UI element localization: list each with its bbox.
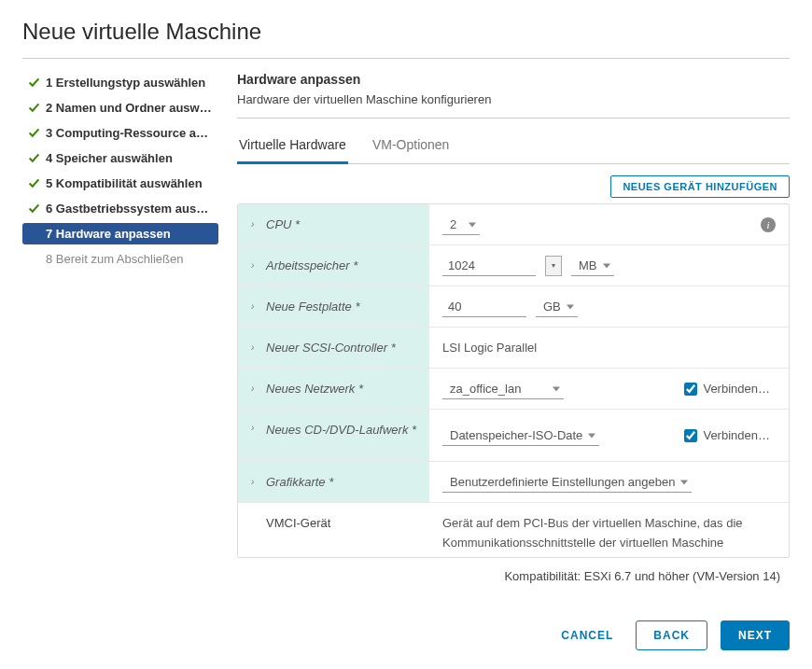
- step-label: 6 Gastbetriebssystem aus…: [46, 202, 208, 216]
- row-label: Neuer SCSI-Controller *: [266, 341, 396, 355]
- check-icon: [28, 152, 40, 164]
- divider: [237, 118, 790, 118]
- network-connect-label: Verbinden…: [703, 382, 770, 396]
- step-label: 8 Bereit zum Abschließen: [46, 252, 183, 266]
- step-3[interactable]: 3 Computing-Ressource au…: [22, 122, 218, 144]
- step-2[interactable]: 2 Namen und Ordner ausw…: [22, 97, 218, 118]
- row-label: Neues CD-/DVD-Laufwerk *: [266, 423, 416, 437]
- memory-stepper[interactable]: ▾: [545, 256, 562, 276]
- gpu-select[interactable]: Benutzerdefinierte Einstellungen angeben: [442, 472, 692, 493]
- row-label: Neues Netzwerk *: [266, 382, 363, 396]
- tab-vm-options[interactable]: VM-Optionen: [371, 132, 451, 164]
- step-label: 4 Speicher auswählen: [46, 151, 173, 165]
- cdrom-connect-checkbox[interactable]: [684, 429, 697, 442]
- row-scsi: › Neuer SCSI-Controller * LSI Logic Para…: [238, 328, 789, 369]
- row-label: Arbeitsspeicher *: [266, 258, 357, 272]
- info-icon[interactable]: i: [761, 217, 776, 232]
- cancel-button[interactable]: CANCEL: [552, 621, 623, 649]
- step-8: 8 Bereit zum Abschließen: [22, 248, 218, 270]
- cdrom-connect-label: Verbinden…: [703, 428, 770, 442]
- step-label: 2 Namen und Ordner ausw…: [46, 101, 212, 115]
- row-disk: › Neue Festplatte * GB: [238, 286, 789, 328]
- chevron-right-icon: ›: [251, 219, 259, 230]
- row-vmci: › VMCI-Gerät Gerät auf dem PCI-Bus der v…: [238, 503, 789, 557]
- row-cpu: › CPU * 2 i: [238, 204, 789, 245]
- step-label: 1 Erstellungstyp auswählen: [46, 76, 205, 90]
- chevron-right-icon: ›: [251, 342, 259, 353]
- step-4[interactable]: 4 Speicher auswählen: [22, 147, 218, 169]
- chevron-right-icon: ›: [251, 301, 259, 312]
- check-icon: [28, 202, 40, 215]
- vmci-description: Gerät auf dem PCI-Bus der virtuellen Mas…: [442, 514, 776, 557]
- step-5[interactable]: 5 Kompatibilität auswählen: [22, 173, 218, 194]
- next-button[interactable]: NEXT: [721, 620, 790, 650]
- chevron-right-icon: ›: [251, 260, 259, 271]
- step-label: 3 Computing-Ressource au…: [46, 126, 213, 140]
- step-label: 5 Kompatibilität auswählen: [46, 176, 203, 190]
- chevron-right-icon: ›: [251, 383, 259, 394]
- network-connect-checkbox[interactable]: [684, 383, 697, 396]
- memory-unit-select[interactable]: MB: [571, 256, 614, 276]
- check-icon: [28, 127, 40, 139]
- chevron-right-icon: ›: [251, 477, 259, 487]
- row-cdrom: › Neues CD-/DVD-Laufwerk * Datenspeicher…: [238, 410, 789, 462]
- check-icon: [28, 77, 40, 89]
- wizard-title: Neue virtuelle Maschine: [22, 19, 790, 45]
- row-label: VMCI-Gerät: [266, 516, 330, 530]
- wizard-footer: CANCEL BACK NEXT: [22, 592, 790, 650]
- step-1[interactable]: 1 Erstellungstyp auswählen: [22, 72, 218, 93]
- disk-unit-select[interactable]: GB: [536, 297, 578, 317]
- step-7[interactable]: 7 Hardware anpassen: [22, 223, 218, 244]
- hardware-scroll[interactable]: › CPU * 2 i › Arbeitsspeicher *: [238, 204, 789, 557]
- row-network: › Neues Netzwerk * za_office_lan Verbind…: [238, 369, 789, 410]
- hardware-table: › CPU * 2 i › Arbeitsspeicher *: [237, 203, 790, 558]
- disk-size-input[interactable]: [442, 297, 526, 317]
- cpu-select[interactable]: 2: [442, 215, 480, 235]
- scsi-value: LSI Logic Parallel: [442, 341, 537, 355]
- network-select[interactable]: za_office_lan: [442, 379, 564, 399]
- compatibility-text: Kompatibilität: ESXi 6.7 und höher (VM-V…: [237, 569, 790, 583]
- check-icon: [28, 102, 40, 114]
- cdrom-select[interactable]: Datenspeicher-ISO-Date: [442, 425, 599, 446]
- section-subtitle: Hardware der virtuellen Maschine konfigu…: [237, 92, 790, 106]
- check-icon: [28, 177, 40, 189]
- row-label: Grafikkarte *: [266, 475, 333, 489]
- section-title: Hardware anpassen: [237, 72, 790, 87]
- tab-bar: Virtuelle Hardware VM-Optionen: [237, 132, 790, 164]
- tab-virtual-hardware[interactable]: Virtuelle Hardware: [237, 132, 348, 164]
- row-gpu: › Grafikkarte * Benutzerdefinierte Einst…: [238, 462, 789, 503]
- row-label: CPU *: [266, 217, 300, 231]
- chevron-right-icon: ›: [251, 423, 259, 433]
- wizard-steps: 1 Erstellungstyp auswählen 2 Namen und O…: [22, 72, 218, 592]
- row-label: Neue Festplatte *: [266, 300, 359, 314]
- row-memory: › Arbeitsspeicher * ▾ MB: [238, 245, 789, 286]
- add-device-button[interactable]: NEUES GERÄT HINZUFÜGEN: [610, 175, 790, 198]
- back-button[interactable]: BACK: [636, 620, 707, 650]
- memory-input[interactable]: [442, 256, 536, 276]
- step-6[interactable]: 6 Gastbetriebssystem aus…: [22, 198, 218, 219]
- divider: [22, 58, 790, 59]
- step-label: 7 Hardware anpassen: [46, 227, 171, 241]
